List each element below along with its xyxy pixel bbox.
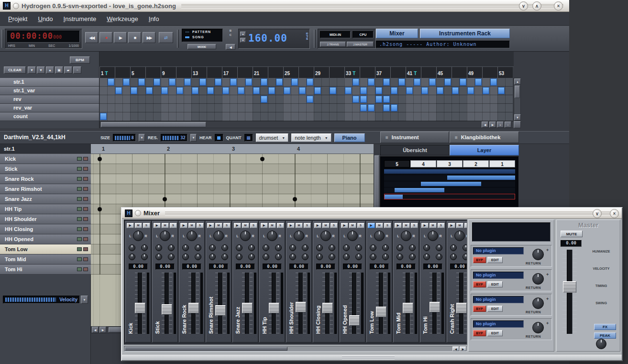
fx-send-knob[interactable] xyxy=(129,254,135,260)
toolbar-grip[interactable] xyxy=(177,30,179,48)
move-pattern-down-button[interactable]: ▼ xyxy=(37,66,45,74)
song-cell[interactable] xyxy=(444,78,451,86)
window-menu-button[interactable] xyxy=(13,3,19,9)
song-cell[interactable] xyxy=(360,96,367,103)
fx-bypass-button[interactable]: BYP xyxy=(473,330,486,336)
note-dot[interactable] xyxy=(260,157,264,161)
strip-fader-handle[interactable] xyxy=(349,315,360,326)
drumset-select[interactable]: drumset ▼ xyxy=(256,133,289,142)
layer-bar-row[interactable] xyxy=(384,194,515,199)
fx-send-knob[interactable] xyxy=(168,254,175,260)
song-cell[interactable] xyxy=(154,78,160,86)
strip-solo-button[interactable]: S xyxy=(357,223,364,228)
fx-send-knob[interactable] xyxy=(370,254,376,260)
bpm-display[interactable]: 160.00 xyxy=(248,33,287,44)
fx-send-knob[interactable] xyxy=(436,244,442,251)
fx-send-knob[interactable] xyxy=(209,244,216,251)
instrument-rack-toggle-button[interactable]: Instrumenten Rack xyxy=(420,29,510,38)
song-sequence-grid[interactable] xyxy=(99,78,513,121)
toolbar-grip[interactable] xyxy=(1,30,3,48)
strip-play-button[interactable]: ▶ xyxy=(127,223,134,228)
select-mode-button[interactable]: ▣ xyxy=(55,66,63,74)
fx-plugin-display[interactable]: No plugin xyxy=(473,296,524,303)
strip-fader[interactable] xyxy=(456,273,467,334)
instrument-row-tom-mid[interactable]: Tom Mid xyxy=(0,254,91,265)
ruler-label[interactable]: 49 xyxy=(468,71,474,76)
strip-mute-button[interactable]: M xyxy=(269,223,276,228)
strip-fader-handle[interactable] xyxy=(403,303,413,313)
fx-send-knob[interactable] xyxy=(129,244,135,251)
fx-send-knob[interactable] xyxy=(248,244,255,251)
pattern-row-count[interactable]: count xyxy=(0,112,99,121)
shade-button[interactable]: ∨ xyxy=(593,209,602,218)
instrument-mute-led[interactable] xyxy=(77,257,82,261)
strip-mute-button[interactable]: M xyxy=(296,223,303,228)
song-cell[interactable] xyxy=(460,78,466,86)
instrument-mute-led[interactable] xyxy=(77,247,82,251)
fx-send-knob[interactable] xyxy=(168,244,175,251)
strip-fader[interactable] xyxy=(242,273,253,334)
fx-send-knob[interactable] xyxy=(248,254,255,260)
fx-edit-button[interactable]: EDIT xyxy=(487,281,503,287)
forward-button[interactable]: ▶▶ xyxy=(143,32,155,43)
fx-send-knob[interactable] xyxy=(423,244,430,251)
instrument-solo-led[interactable] xyxy=(83,207,88,211)
pan-knob[interactable] xyxy=(267,231,277,241)
fx-send-knob[interactable] xyxy=(329,244,335,251)
song-horizontal-scrollbar[interactable]: ◀ ▶ + − xyxy=(99,121,514,128)
fx-send-knob[interactable] xyxy=(463,254,467,260)
song-cell[interactable] xyxy=(261,78,267,86)
fx-send-knob[interactable] xyxy=(221,254,228,260)
fx-plugin-display[interactable]: No plugin xyxy=(473,272,524,279)
scroll-left-button[interactable]: ◀ xyxy=(92,327,99,333)
song-cell[interactable] xyxy=(261,96,267,103)
fx-bypass-button[interactable]: BYP xyxy=(473,257,486,263)
song-cell[interactable] xyxy=(375,87,382,94)
song-cell[interactable] xyxy=(276,78,283,86)
fx-send-knob[interactable] xyxy=(155,244,162,251)
song-cell[interactable] xyxy=(467,87,474,94)
fx-send-knob[interactable] xyxy=(209,254,216,260)
fx-send-knob[interactable] xyxy=(141,244,148,251)
song-cell[interactable] xyxy=(483,87,489,94)
layer-tab-2[interactable]: 2 xyxy=(463,160,489,167)
fx-send-knob[interactable] xyxy=(236,254,242,260)
strip-fader-track[interactable] xyxy=(165,273,169,334)
instrument-row-stick[interactable]: Stick xyxy=(0,164,91,174)
mixer-titlebar[interactable]: H Mixer xyxy=(122,208,622,219)
strip-fader[interactable] xyxy=(322,273,333,334)
resolution-dropdown-button[interactable]: ▼ xyxy=(190,134,197,142)
song-cell[interactable] xyxy=(207,87,214,94)
size-display[interactable]: 8 xyxy=(113,134,136,142)
fx-return-knob[interactable] xyxy=(532,322,544,333)
song-cell[interactable] xyxy=(299,87,306,94)
pan-knob[interactable] xyxy=(133,231,143,241)
song-cell[interactable] xyxy=(360,104,367,111)
strip-fader-handle[interactable] xyxy=(215,305,226,316)
note-property-display[interactable]: Velocity xyxy=(3,296,80,304)
song-cell[interactable] xyxy=(176,87,183,94)
clear-pattern-sequence-button[interactable]: CLEAR xyxy=(4,66,26,74)
strip-fader[interactable] xyxy=(135,273,145,334)
instrument-row-hh-shoulder[interactable]: HH Shoulder xyxy=(0,214,91,224)
layer-tab-3[interactable]: 3 xyxy=(437,160,463,167)
show-peaks-button[interactable]: PEAK xyxy=(594,332,616,339)
tab-instrument[interactable]: ≡ Instrument xyxy=(380,132,449,143)
song-cell[interactable] xyxy=(391,104,397,111)
instrument-solo-led[interactable] xyxy=(83,247,88,251)
strip-fader[interactable] xyxy=(376,273,386,334)
menu-instrumente[interactable]: Instrumente xyxy=(58,13,102,25)
song-cell[interactable] xyxy=(131,87,137,94)
fx-send-knob[interactable] xyxy=(289,254,296,260)
instrument-mute-led[interactable] xyxy=(77,227,82,231)
song-cell[interactable] xyxy=(368,104,375,111)
song-cell[interactable] xyxy=(398,78,405,86)
song-cell[interactable] xyxy=(490,78,497,86)
scroll-left-button[interactable]: ◀ xyxy=(482,121,488,128)
strip-fader-handle[interactable] xyxy=(269,303,279,313)
song-cell[interactable] xyxy=(184,78,191,86)
strip-fader[interactable] xyxy=(269,273,279,334)
strip-fader[interactable] xyxy=(296,273,306,334)
instrument-mute-led[interactable] xyxy=(77,217,82,221)
metronome-button[interactable]: ◀) xyxy=(226,44,235,50)
